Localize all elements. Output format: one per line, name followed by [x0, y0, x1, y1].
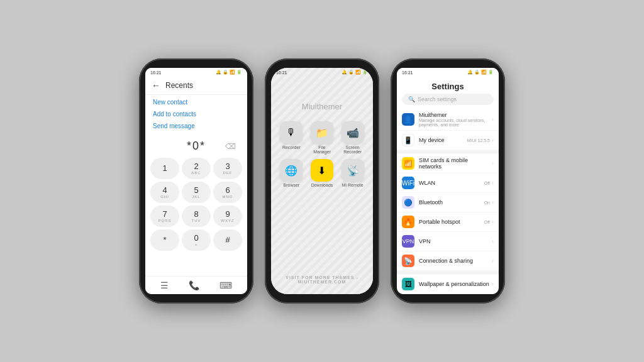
- wallpaper-label: Wallpaper & personalization: [419, 281, 492, 287]
- phone3-screen: 16:21 🔔 🔒 📶 🔋 Settings 🔍 Search settings…: [397, 68, 499, 294]
- status-bar-3: 16:21 🔔 🔒 📶 🔋: [397, 68, 499, 77]
- screen-recorder-icon: 📹: [341, 121, 364, 144]
- screen-recorder-label: Screen Recorder: [340, 145, 365, 154]
- dial-hash[interactable]: #: [213, 229, 242, 251]
- wlan-status: Off ›: [484, 180, 494, 186]
- settings-title: Settings: [397, 77, 499, 94]
- phone-home: 16:21 🔔 🔒 📶 🔋 Miuithemer 🎙 Recorder 📁 Fi…: [265, 58, 379, 304]
- send-message-link[interactable]: Send message: [153, 123, 240, 129]
- home-brand: Miuithemer: [271, 102, 373, 111]
- settings-wlan[interactable]: WiFi WLAN Off ›: [397, 173, 499, 193]
- settings-hotspot[interactable]: 🔥 Portable hotspot Off ›: [397, 212, 499, 232]
- file-manager-label: File Manager: [309, 145, 335, 154]
- settings-connection-sharing[interactable]: 📡 Connection & sharing ›: [397, 251, 499, 271]
- status-icons-1: 🔔 🔒 📶 🔋: [216, 70, 242, 75]
- settings-wallpaper[interactable]: 🖼 Wallpaper & personalization ›: [397, 275, 499, 294]
- hotspot-label: Portable hotspot: [419, 219, 484, 225]
- bluetooth-status: On ›: [484, 199, 494, 206]
- file-manager-icon: 📁: [311, 121, 333, 144]
- phone-recents: 16:21 🔔 🔒 📶 🔋 ← Recents New contact Add …: [139, 58, 253, 304]
- recents-tab[interactable]: ☰: [160, 280, 169, 290]
- app-grid: 🎙 Recorder 📁 File Manager 📹 Screen Recor…: [271, 121, 373, 187]
- vpn-label: VPN: [419, 238, 492, 244]
- phone2-screen: 16:21 🔔 🔒 📶 🔋 Miuithemer 🎙 Recorder 📁 Fi…: [271, 68, 373, 294]
- dial-7[interactable]: 7PQRS: [150, 206, 179, 227]
- recents-header: ← Recents: [145, 77, 247, 95]
- app-mi-remote[interactable]: 📡 Mi Remote: [340, 159, 365, 187]
- dial-1[interactable]: 1: [150, 158, 179, 179]
- app-browser[interactable]: 🌐 Browser: [279, 159, 304, 187]
- time-3: 16:21: [402, 70, 413, 75]
- miuithemer-content: Miuithemer Manage accounts, cloud servic…: [419, 112, 492, 127]
- bluetooth-chevron: ›: [492, 199, 494, 206]
- browser-label: Browser: [283, 183, 299, 187]
- add-to-contacts-link[interactable]: Add to contacts: [153, 111, 240, 118]
- wallpaper-content: Wallpaper & personalization: [419, 281, 492, 287]
- back-button[interactable]: ←: [152, 80, 160, 90]
- homescreen: 16:21 🔔 🔒 📶 🔋 Miuithemer 🎙 Recorder 📁 Fi…: [271, 68, 373, 294]
- miuithemer-label: Miuithemer: [419, 112, 492, 118]
- dial-6[interactable]: 6MNO: [213, 182, 242, 203]
- app-recorder[interactable]: 🎙 Recorder: [279, 121, 304, 154]
- status-bar-2: 16:21 🔔 🔒 📶 🔋: [271, 68, 373, 77]
- dial-4[interactable]: 4GHI: [150, 182, 179, 203]
- vpn-chevron: ›: [492, 238, 494, 244]
- connection-sharing-chevron: ›: [492, 258, 494, 264]
- dial-2[interactable]: 2ABC: [182, 158, 211, 179]
- wlan-content: WLAN: [419, 180, 484, 186]
- my-device-badge: MIUI 12.5.5 ›: [467, 137, 494, 143]
- dial-9[interactable]: 9WXYZ: [213, 206, 242, 227]
- my-device-label: My device: [419, 137, 467, 143]
- new-contact-link[interactable]: New contact: [153, 99, 240, 106]
- app-file-manager[interactable]: 📁 File Manager: [309, 121, 335, 154]
- dial-5[interactable]: 5JKL: [182, 182, 211, 203]
- vpn-content: VPN: [419, 238, 492, 244]
- contacts-tab[interactable]: ⌨: [219, 280, 232, 290]
- app-downloads[interactable]: ⬇ Downloads: [309, 159, 335, 187]
- downloads-icon: ⬇: [311, 159, 333, 182]
- dialer-footer: ☰ 📞 ⌨: [145, 276, 247, 294]
- status-bar-1: 16:21 🔔 🔒 📶 🔋: [145, 68, 247, 77]
- hotspot-content: Portable hotspot: [419, 219, 484, 225]
- app-screen-recorder[interactable]: 📹 Screen Recorder: [340, 121, 365, 154]
- sim-label: SIM cards & mobile networks: [419, 157, 492, 170]
- wlan-icon: WiFi: [402, 177, 414, 189]
- settings-bluetooth[interactable]: 🔵 Bluetooth On ›: [397, 193, 499, 212]
- dial-8[interactable]: 8TUV: [182, 206, 211, 227]
- dialer-grid: 1 2ABC 3DEF 4GHI 5JKL 6MNO 7PQRS 8TUV 9W…: [145, 156, 247, 252]
- settings-vpn[interactable]: VPN VPN ›: [397, 232, 499, 251]
- my-device-icon: 📱: [402, 134, 414, 146]
- dial-3[interactable]: 3DEF: [213, 158, 242, 179]
- call-button[interactable]: 📞: [189, 280, 199, 290]
- hotspot-icon: 🔥: [402, 216, 414, 228]
- status-icons-3: 🔔 🔒 📶 🔋: [467, 70, 494, 75]
- sim-chevron: ›: [492, 160, 494, 167]
- settings-search[interactable]: 🔍 Search settings: [402, 94, 494, 105]
- miuithemer-sublabel: Manage accounts, cloud services, payment…: [419, 118, 492, 127]
- dialer-display: *0* ⌫: [145, 133, 247, 156]
- status-icons-2: 🔔 🔒 📶 🔋: [341, 70, 368, 75]
- miuithemer-icon: 👤: [402, 113, 414, 126]
- miuithemer-chevron: ›: [492, 116, 494, 123]
- sim-icon: 📶: [402, 157, 414, 170]
- wlan-label: WLAN: [419, 180, 484, 186]
- my-device-content: My device: [419, 137, 467, 143]
- settings-sim[interactable]: 📶 SIM cards & mobile networks ›: [397, 154, 499, 173]
- my-device-chevron: ›: [492, 137, 494, 143]
- phone-settings: 16:21 🔔 🔒 📶 🔋 Settings 🔍 Search settings…: [391, 58, 505, 304]
- wlan-chevron: ›: [492, 180, 494, 186]
- browser-icon: 🌐: [280, 159, 303, 182]
- time-1: 16:21: [150, 70, 162, 75]
- dial-star[interactable]: *: [150, 229, 179, 251]
- dial-0[interactable]: 0+: [182, 229, 211, 251]
- settings-miuithemer[interactable]: 👤 Miuithemer Manage accounts, cloud serv…: [397, 109, 499, 131]
- bluetooth-content: Bluetooth: [419, 199, 484, 206]
- time-2: 16:21: [276, 70, 287, 75]
- delete-button[interactable]: ⌫: [225, 142, 237, 151]
- wallpaper-chevron: ›: [492, 281, 494, 287]
- phone1-screen: 16:21 🔔 🔒 📶 🔋 ← Recents New contact Add …: [145, 68, 247, 294]
- search-placeholder: Search settings: [418, 96, 457, 102]
- hotspot-chevron: ›: [492, 219, 494, 225]
- wallpaper-icon: 🖼: [402, 278, 414, 290]
- settings-my-device[interactable]: 📱 My device MIUI 12.5.5 ›: [397, 131, 499, 150]
